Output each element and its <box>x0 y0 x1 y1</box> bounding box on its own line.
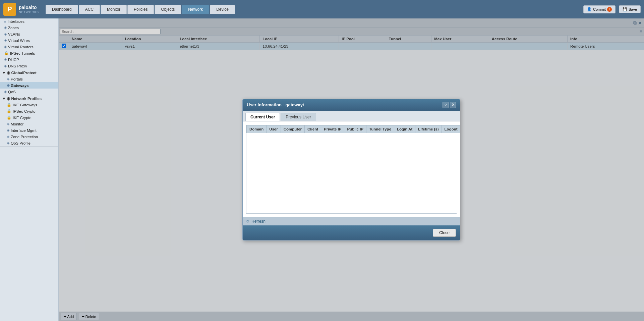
sidebar-item-ipsec-crypto[interactable]: 🔒 IPSec Crypto <box>0 108 58 114</box>
commit-badge: ! <box>607 7 612 12</box>
globalprotect-icon: ◉ <box>7 70 10 75</box>
sidebar-group-label: Network Profiles <box>11 97 42 101</box>
sidebar-item-label: Gateways <box>11 84 29 88</box>
tab-policies[interactable]: Policies <box>127 5 154 14</box>
refresh-label[interactable]: Refresh <box>251 219 266 224</box>
network-profiles-expand-icon: ▼ <box>2 97 6 101</box>
sidebar-item-monitor[interactable]: ◈ Monitor <box>0 121 58 127</box>
sidebar-item-ike-crypto[interactable]: 🔒 IKE Crypto <box>0 114 58 121</box>
sidebar-item-interface-mgmt[interactable]: ◈ Interface Mgmt <box>0 127 58 133</box>
modal-header: User Information - gatewayt ? ✕ <box>243 99 460 111</box>
tab-device[interactable]: Device <box>210 5 235 14</box>
content-area: ⧉ ✕ ✕ Name Location Local Interface <box>59 18 644 321</box>
sidebar-item-label: Monitor <box>11 122 23 126</box>
vlans-icon: ◈ <box>4 32 7 36</box>
modal-close-button[interactable]: Close <box>433 229 456 237</box>
modal-th-private-ip: Private IP <box>321 125 344 133</box>
sidebar-item-dns-proxy[interactable]: ◈ DNS Proxy <box>0 63 58 69</box>
modal-th-computer: Computer <box>281 125 304 133</box>
modal-tab-current-user[interactable]: Current User <box>245 113 280 121</box>
sidebar-item-label: VLANs <box>8 32 20 36</box>
modal-tab-previous-user[interactable]: Previous User <box>281 113 316 121</box>
dns-proxy-icon: ◈ <box>4 64 7 68</box>
gateways-icon: ◈ <box>7 83 9 88</box>
sidebar-item-label: IPSec Tunnels <box>10 51 35 55</box>
modal-th-lifetime: Lifetime (s) <box>415 125 442 133</box>
sidebar: ≡ Interfaces ◈ Zones ◈ VLANs ◈ Virtual W… <box>0 18 59 321</box>
sidebar-item-label: Interfaces <box>7 19 24 23</box>
sidebar-item-label: QoS Profile <box>11 141 31 145</box>
ipsec-tunnels-icon: 🔒 <box>4 51 9 55</box>
sidebar-item-label: DHCP <box>8 58 19 62</box>
sidebar-item-vlans[interactable]: ◈ VLANs <box>0 31 58 37</box>
logo-sub: NETWORKS <box>19 10 39 14</box>
ipsec-crypto-icon: 🔒 <box>7 109 11 113</box>
topbar: P paloalto NETWORKS Dashboard ACC Monito… <box>0 0 644 18</box>
sidebar-item-portals[interactable]: ◈ Portals <box>0 76 58 82</box>
logo-icon: P <box>3 3 16 16</box>
sidebar-item-virtual-wires[interactable]: ◈ Virtual Wires <box>0 37 58 44</box>
logo-letter: P <box>7 5 12 13</box>
sidebar-group-globalprotect[interactable]: ▼ ◉ GlobalProtect <box>0 69 58 76</box>
sidebar-item-ike-gateways[interactable]: 🔒 IKE Gateways <box>0 102 58 108</box>
sidebar-item-label: Virtual Wires <box>8 39 30 43</box>
modal-body: Domain User Computer Client Private IP P… <box>243 121 460 217</box>
sidebar-item-gateways[interactable]: ◈ Gateways <box>0 82 58 89</box>
modal-th-client: Client <box>305 125 321 133</box>
sidebar-group-label: GlobalProtect <box>11 71 36 75</box>
sidebar-item-label: Zone Protection <box>11 135 38 139</box>
save-button[interactable]: 💾 Save <box>619 5 641 13</box>
tab-acc[interactable]: ACC <box>79 5 100 14</box>
tab-dashboard[interactable]: Dashboard <box>46 5 78 14</box>
modal-header-icons: ? ✕ <box>443 102 456 108</box>
modal-empty-row <box>247 133 461 213</box>
sidebar-item-label: Virtual Routers <box>8 45 34 49</box>
modal-th-tunnel-type: Tunnel Type <box>366 125 394 133</box>
zones-icon: ◈ <box>4 25 7 30</box>
modal-help-button[interactable]: ? <box>443 102 449 108</box>
modal-data-table: Domain User Computer Client Private IP P… <box>246 125 460 214</box>
sidebar-item-label: IKE Crypto <box>13 116 32 120</box>
monitor-icon: ◈ <box>7 122 9 126</box>
modal-tabs: Current User Previous User <box>243 111 460 121</box>
globalprotect-expand-icon: ▼ <box>2 71 6 75</box>
sidebar-item-qos-profile[interactable]: ◈ QoS Profile <box>0 140 58 146</box>
modal-th-login-at: Login At <box>394 125 415 133</box>
interface-mgmt-icon: ◈ <box>7 128 9 132</box>
modal-footer-bar: ↻ Refresh <box>243 217 460 225</box>
network-profiles-icon: ◉ <box>7 96 10 101</box>
logo-text-group: paloalto NETWORKS <box>19 5 39 14</box>
qos-profile-icon: ◈ <box>7 141 9 145</box>
commit-label: Commit <box>593 7 606 11</box>
qos-icon: ◈ <box>4 90 7 94</box>
commit-button[interactable]: 👤 Commit ! <box>583 5 616 13</box>
sidebar-group-network-profiles[interactable]: ▼ ◉ Network Profiles <box>0 95 58 102</box>
zone-protection-icon: ◈ <box>7 135 9 139</box>
refresh-icon: ↻ <box>246 219 249 224</box>
sidebar-item-ipsec-tunnels[interactable]: 🔒 IPSec Tunnels <box>0 50 58 56</box>
sidebar-section-main: ≡ Interfaces ◈ Zones ◈ VLANs ◈ Virtual W… <box>0 18 58 147</box>
sidebar-item-label: IKE Gateways <box>13 103 37 107</box>
sidebar-item-zones[interactable]: ◈ Zones <box>0 24 58 31</box>
nav-tabs: Dashboard ACC Monitor Policies Objects N… <box>46 5 583 14</box>
modal-title: User Information - gatewayt <box>247 102 304 107</box>
sidebar-item-qos[interactable]: ◈ QoS <box>0 89 58 95</box>
tab-monitor[interactable]: Monitor <box>101 5 127 14</box>
save-label: Save <box>629 7 637 11</box>
topbar-right: 👤 Commit ! 💾 Save <box>583 5 641 13</box>
sidebar-item-dhcp[interactable]: ◈ DHCP <box>0 56 58 63</box>
sidebar-item-virtual-routers[interactable]: ◈ Virtual Routers <box>0 44 58 50</box>
ike-crypto-icon: 🔒 <box>7 115 11 120</box>
modal-close-x-button[interactable]: ✕ <box>450 102 456 108</box>
user-information-modal: User Information - gatewayt ? ✕ Current … <box>242 99 460 241</box>
tab-network[interactable]: Network <box>182 5 209 14</box>
sidebar-item-interfaces[interactable]: ≡ Interfaces <box>0 18 58 24</box>
ike-gateways-icon: 🔒 <box>7 103 11 107</box>
sidebar-item-label: Portals <box>11 77 23 81</box>
modal-data-area: Domain User Computer Client Private IP P… <box>246 125 457 214</box>
sidebar-item-zone-protection[interactable]: ◈ Zone Protection <box>0 133 58 140</box>
tab-objects[interactable]: Objects <box>155 5 181 14</box>
modal-th-logout: Logout <box>442 125 460 133</box>
commit-icon: 👤 <box>587 7 592 11</box>
portals-icon: ◈ <box>7 77 9 81</box>
